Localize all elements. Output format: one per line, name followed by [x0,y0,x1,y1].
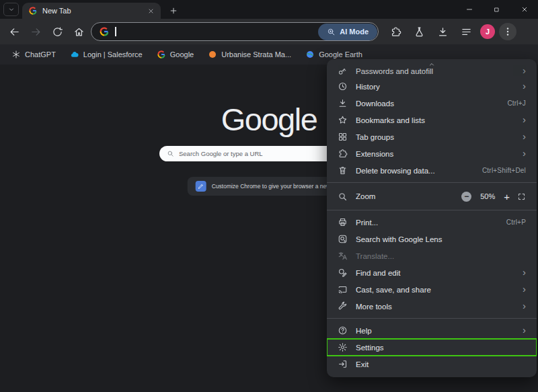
chevron-right-icon: › [523,81,526,92]
google-g-icon [157,50,166,59]
menu-item-find-and-edit[interactable]: Find and edit› [327,264,537,281]
ai-mode-label: AI Mode [340,28,369,36]
search-icon [167,150,174,157]
menu-item-zoom[interactable]: Zoom−50%+ [327,186,537,206]
forward-arrow-icon [30,26,42,38]
bookmark-label: ChatGPT [25,50,56,58]
zoom-out-button[interactable]: − [461,192,471,202]
side-panel-button[interactable] [456,22,476,42]
bookmark-label: Google Earth [319,50,362,58]
browser-window: New Tab AI Mode J ChatGPTLogin | Salesfo… [0,0,538,392]
menu-separator [327,210,537,210]
menu-item-label: Bookmarks and lists [356,116,514,124]
bookmark-chatgpt[interactable]: ChatGPT [5,48,62,61]
menu-item-more-tools[interactable]: More tools› [327,298,537,315]
ai-mode-button[interactable]: AI Mode [318,24,377,40]
customize-chrome-icon [196,181,206,192]
back-button[interactable] [4,22,24,42]
orange-dot-icon [208,50,217,59]
home-button[interactable] [69,22,89,42]
extensions-button[interactable] [385,22,406,42]
labs-button[interactable] [409,22,429,42]
menu-item-label: Extensions [356,150,514,158]
menu-item-translate: Translate... [327,247,537,264]
window-controls [455,0,538,19]
menu-item-tab-groups[interactable]: Tab groups› [327,128,537,145]
menu-item-label: Delete browsing data... [356,167,474,175]
menu-item-label: Find and edit [356,269,514,277]
zoom-value: 50% [479,192,496,200]
chevron-right-icon: › [523,131,526,143]
magnifier-icon [338,192,348,202]
chevron-up-icon [428,61,436,69]
menu-item-cast-save-and-share[interactable]: Cast, save, and share› [327,281,537,298]
menu-separator [327,318,537,319]
close-button[interactable] [510,0,538,19]
home-icon [73,26,85,38]
bookmark-google[interactable]: Google [151,48,200,61]
google-logo-icon [99,26,110,37]
profile-avatar[interactable]: J [480,24,495,39]
puzzle-icon [338,149,348,159]
chevron-right-icon: › [523,267,526,278]
tab-favicon [28,6,38,15]
menu-item-label: Help [356,327,514,335]
menu-item-passwords-and-autofill[interactable]: Passwords and autofill› [327,69,537,78]
zoom-in-button[interactable]: + [504,192,510,202]
maximize-button[interactable] [483,0,510,19]
lens-icon [338,234,348,244]
menu-item-bookmarks-and-lists[interactable]: Bookmarks and lists› [327,112,537,128]
menu-item-downloads[interactable]: DownloadsCtrl+J [327,95,537,112]
menu-item-print[interactable]: Print...Ctrl+P [327,214,537,231]
chevron-down-icon [7,5,15,13]
download-icon [338,98,348,108]
kebab-icon [502,26,513,37]
help-icon [338,325,348,336]
tab-new-tab[interactable]: New Tab [22,3,161,19]
menu-item-label: More tools [356,303,514,311]
menu-item-label: Search with Google Lens [356,235,526,243]
list-icon [461,26,472,38]
chevron-right-icon: › [523,69,526,77]
menu-item-label: Translate... [356,252,526,260]
tab-close-button[interactable] [146,6,156,16]
chevron-right-icon: › [523,148,526,159]
fullscreen-icon[interactable] [517,192,526,201]
menu-item-exit[interactable]: Exit [327,356,537,373]
address-bar[interactable]: AI Mode [91,22,379,41]
customize-chrome-banner[interactable]: Customize Chrome to give your browser a … [188,177,351,196]
new-tab-button[interactable] [167,5,180,17]
menu-item-label: History [356,83,514,91]
maximize-icon [493,6,500,13]
menu-item-delete-browsing-data[interactable]: Delete browsing data...Ctrl+Shift+Del [327,162,537,179]
menu-item-settings[interactable]: Settings [327,339,537,356]
menu-item-help[interactable]: Help› [327,322,537,339]
menu-item-label: Print... [356,219,498,227]
menu-scroll-up[interactable] [327,61,537,69]
ai-mode-lens-icon [327,28,336,36]
menu-item-label: Zoom [356,192,453,200]
close-icon [147,7,155,15]
bookmark-urbanise-strata-ma[interactable]: Urbanise Strata Ma... [202,48,297,61]
menu-shortcut: Ctrl+P [506,219,526,226]
tab-search-button[interactable] [3,3,19,16]
menu-item-search-with-google-lens[interactable]: Search with Google Lens [327,231,537,247]
zoom-controls: −50%+ [461,192,526,202]
back-arrow-icon [9,26,20,38]
cloud-icon [70,50,79,59]
reload-button[interactable] [47,22,67,42]
menu-item-label: Downloads [356,100,499,108]
bookmark-login-salesforce[interactable]: Login | Salesforce [64,48,149,61]
pencil-icon [198,183,204,190]
openai-icon [11,50,21,59]
menu-item-label: Cast, save, and share [356,286,514,294]
downloads-button[interactable] [432,22,453,42]
chevron-right-icon: › [523,114,526,126]
menu-kebab-button[interactable] [499,23,516,40]
menu-separator [327,182,537,183]
menu-item-label: Tab groups [356,133,514,141]
puzzle-icon [390,26,401,38]
menu-item-extensions[interactable]: Extensions› [327,145,537,162]
minimize-button[interactable] [455,0,483,19]
menu-item-history[interactable]: History› [327,78,537,95]
